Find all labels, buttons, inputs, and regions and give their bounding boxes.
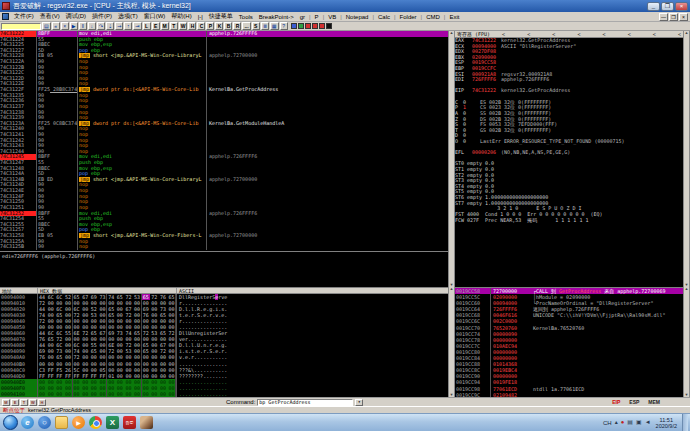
volume-icon[interactable]: ◄ [645,416,651,429]
restart-button[interactable]: « [52,22,60,30]
appearance-button[interactable]: ▦ [270,22,279,30]
command-bar-button-3[interactable]: T [20,399,28,406]
registers-header-arrows: <<<<<<<< [502,31,681,37]
toolbar-letter-e[interactable]: E [152,22,160,30]
toolbar-buttons: ▤«×▶‖↓↷⇣⇝↑⇥ [42,22,142,30]
menu-item[interactable]: 窗口(W) [141,12,169,21]
menu-item[interactable]: 帮助(H) [168,12,194,21]
media-player-icon[interactable]: ▶ [72,416,85,429]
registers-scrollbar[interactable]: ▲▼ [683,31,690,287]
menu-item[interactable]: P [312,14,322,20]
eip-label[interactable]: EIP [612,399,620,405]
menu-item[interactable]: VB [325,14,339,20]
menu-item[interactable]: Notepad [343,14,372,20]
open-file-button[interactable]: ▤ [42,22,51,30]
start-button[interactable] [3,415,18,430]
plugin-button-4[interactable] [312,23,318,29]
show-desktop-button[interactable] [682,414,688,431]
goto-button[interactable]: ⇥ [133,22,141,30]
command-input[interactable] [257,399,353,406]
esp-label[interactable]: ESP [629,399,639,405]
toolbar-letter-b[interactable]: B [224,22,232,30]
step-into-button[interactable]: ↓ [88,22,96,30]
dump-scrollbar[interactable]: ▲▼ [448,287,455,397]
menu-item[interactable]: Tools [236,14,256,20]
excel-icon[interactable]: X [106,416,119,429]
chrome-icon[interactable] [89,416,102,429]
menu-item[interactable]: 查看(V) [37,12,63,21]
stack-scrollbar[interactable]: ▲▼ [683,287,690,397]
disasm-row[interactable]: 74C3125B90nop [0,244,448,250]
toolbar: ▤«×▶‖↓↷⇣⇝↑⇥ LEMTWHCPKBR...S ≣▦? [0,22,690,31]
toolbar-letter-[interactable]: ... [242,22,250,30]
command-bar-button-1[interactable]: M [2,399,10,406]
toolbar-letter-s[interactable]: S [252,22,260,30]
command-bar-button-5[interactable]: H [38,399,46,406]
step-over-button[interactable]: ↷ [97,22,105,30]
toolbar-letter-p[interactable]: P [206,22,214,30]
plugin-button-1[interactable] [291,23,297,29]
clipboard-icon[interactable]: ▤ [627,416,633,429]
toolbar-letter-w[interactable]: W [179,22,188,30]
run-button[interactable]: ▶ [70,22,78,30]
menu-item[interactable]: 快捷菜单 [206,12,236,21]
menu-item[interactable]: Folder [397,14,420,20]
command-bar-buttons: METWH [2,399,46,406]
language-indicator[interactable]: CH [603,420,612,426]
mdi-minimize-button[interactable]: — [659,13,668,21]
plugin-button-5[interactable] [319,23,325,29]
explorer-icon[interactable] [55,416,68,429]
trace-over-button[interactable]: ⇝ [115,22,123,30]
toolbar-letter-h[interactable]: H [188,22,196,30]
minimize-button[interactable]: _ [647,2,660,11]
command-dropdown-button[interactable]: ▼ [355,399,363,406]
toolbar-letter-m[interactable]: M [161,22,169,30]
help-button[interactable]: ? [280,22,288,30]
mem-label[interactable]: MEM [648,399,660,405]
menu-item[interactable]: BreakPoint-> [256,14,297,20]
hidden-icons-button[interactable]: ▴ [615,416,618,429]
toolbar-letter-t[interactable]: T [170,22,178,30]
ie-icon[interactable]: e [21,416,34,429]
register-row[interactable]: FCW 027F Prec NEAR,53 掩码 1 1 1 1 1 1 [455,218,683,224]
menu-item[interactable]: Calc [375,14,393,20]
until-return-button[interactable]: ↑ [124,22,132,30]
menu-item[interactable]: CMD [423,14,443,20]
toolbar-letter-c[interactable]: C [197,22,205,30]
menu-item[interactable]: |-| [195,14,206,20]
browser-icon[interactable]: ○ [38,416,51,429]
menu-item[interactable]: 选项(T) [115,12,141,21]
scroll-up-icon: ▲ [449,31,454,35]
disasm-scrollbar[interactable]: ▲▼ [448,31,455,287]
photo-icon[interactable] [140,416,153,429]
close-button[interactable]: × [675,2,688,11]
plugin-button-6[interactable] [326,23,332,29]
menu-item[interactable]: Exit [446,14,462,20]
plugin-button-2[interactable] [298,23,304,29]
menu-item[interactable]: gr [297,14,308,20]
maximize-button[interactable]: ❐ [661,2,674,11]
dump-row[interactable]: 0009410000000000000000000000000000000000… [0,391,448,397]
address-input[interactable] [1,23,41,30]
mdi-close-button[interactable]: × [679,13,688,21]
mdi-child-icon[interactable] [2,13,9,20]
security-icon[interactable]: ● [621,416,625,429]
printer-icon[interactable]: ▣ [636,416,642,429]
toolbar-letter-r[interactable]: R [233,22,241,30]
toolbar-letter-l[interactable]: L [143,22,151,30]
menu-item[interactable]: 调试(D) [63,12,89,21]
taskbar-clock[interactable]: 11:51 2020/9/2 [656,417,677,429]
plugin-button-3[interactable] [305,23,311,29]
pause-button[interactable]: ‖ [79,22,87,30]
stack-row[interactable]: 0019CC9C02109482 [455,392,683,397]
toolbar-letter-k[interactable]: K [215,22,223,30]
trace-into-button[interactable]: ⇣ [106,22,114,30]
command-bar-button-4[interactable]: W [29,399,37,406]
pojie-icon[interactable]: 吾爱 [123,416,136,429]
close-process-button[interactable]: × [61,22,69,30]
panels-button[interactable]: ≣ [261,22,269,30]
menu-item[interactable]: 插件(P) [89,12,115,21]
menu-item[interactable]: 文件(F) [11,12,37,21]
command-bar-button-2[interactable]: E [11,399,19,406]
mdi-restore-button[interactable]: ❐ [669,13,678,21]
